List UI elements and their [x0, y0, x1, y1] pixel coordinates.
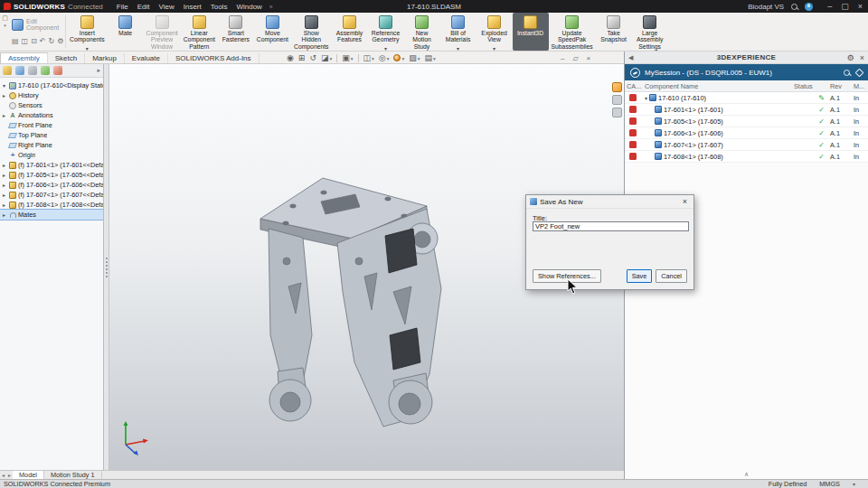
apply-scene-icon[interactable]: ▨	[409, 53, 420, 62]
pane-expand-icon[interactable]: ▸	[97, 67, 100, 74]
session-search-icon[interactable]	[844, 70, 850, 76]
edit-appearance-icon[interactable]	[393, 53, 404, 62]
edit-component-button[interactable]: Edit Component	[12, 14, 62, 34]
design-library-icon[interactable]	[612, 95, 622, 105]
undo-icon[interactable]: ↶	[40, 37, 46, 45]
take-snapshot-button[interactable]: Take Snapshot	[596, 13, 632, 51]
tab-model[interactable]: Model	[13, 471, 44, 479]
assembly-features-button[interactable]: Assembly Features	[332, 13, 368, 51]
title-input[interactable]	[533, 221, 689, 231]
cw-manager-icon[interactable]	[53, 66, 62, 75]
tab-assembly[interactable]: Assembly	[0, 52, 48, 63]
tree-item-part-17-601[interactable]: ▸ (f) 17-601<1> (17-601<<Default>_Di	[0, 160, 103, 170]
component-row-17-605[interactable]: 17-605<1> (17-605) A.1 In	[625, 116, 868, 127]
display-manager-icon[interactable]	[41, 66, 50, 75]
tree-item-part-17-608[interactable]: ▸ (f) 17-608<1> (17-608<<Default>	[0, 200, 103, 210]
zoom-to-fit-icon[interactable]: ◉	[287, 53, 294, 62]
tab-evaluate[interactable]: Evaluate	[125, 53, 168, 63]
pin-menu-icon[interactable]: »	[269, 4, 273, 10]
feature-manager-design-tree-icon[interactable]	[3, 66, 12, 75]
view-orientation-icon[interactable]: ▣	[342, 53, 353, 62]
section-view-icon[interactable]: ◪	[321, 53, 332, 62]
insert-components-button[interactable]: Insert Components	[67, 13, 108, 51]
menu-insert[interactable]: Insert	[179, 3, 206, 11]
linear-component-pattern-button[interactable]: Linear Component Pattern	[181, 13, 218, 51]
panel-close-icon[interactable]: ×	[860, 53, 864, 62]
component-row-17-607[interactable]: 17-607<1> (17-607) A.1 In	[625, 139, 868, 151]
tree-item-part-17-607[interactable]: ▸ (f) 17-607<1> (17-607<<Default>	[0, 190, 103, 200]
zoom-to-area-icon[interactable]: ⊞	[298, 53, 306, 62]
tree-item-mates[interactable]: ▸ Mates	[0, 210, 103, 220]
tab-sketch[interactable]: Sketch	[48, 53, 85, 63]
tree-item-part-17-605[interactable]: ▸ (f) 17-605<1> (17-605<<Default>	[0, 170, 103, 180]
component-row-17-606[interactable]: 17-606<1> (17-606) A.1 In	[625, 127, 868, 139]
save-icon[interactable]: ◫	[22, 37, 29, 45]
component-row-17-601[interactable]: 17-601<1> (17-601) A.1 In	[625, 104, 868, 116]
dialog-title-bar[interactable]: Save As New ×	[526, 195, 693, 209]
show-hidden-components-button[interactable]: Show Hidden Components	[291, 13, 332, 51]
tab-markup[interactable]: Markup	[85, 53, 125, 63]
save-button[interactable]: Save	[627, 269, 653, 283]
tree-item-origin[interactable]: Origin	[0, 150, 103, 160]
exploded-view-button[interactable]: Exploded View	[476, 13, 513, 51]
tree-item-right-plane[interactable]: Right Plane	[0, 140, 103, 150]
tree-item-front-plane[interactable]: Front Plane	[0, 120, 103, 130]
panel-collapse-chevron[interactable]: ∧	[625, 470, 868, 479]
tree-item-top-plane[interactable]: Top Plane	[0, 130, 103, 140]
tree-item-sensors[interactable]: Sensors	[0, 100, 103, 110]
units-dropdown-icon[interactable]: ▾	[853, 481, 855, 487]
menu-view[interactable]: View	[155, 3, 179, 11]
column-rev[interactable]: Rev	[828, 82, 852, 90]
row-expander-icon[interactable]	[645, 94, 647, 102]
column-status[interactable]: Status	[792, 82, 828, 90]
options-icon[interactable]: ⚙	[57, 37, 63, 45]
column-m[interactable]: M...	[852, 82, 868, 90]
tab-motion-study-1[interactable]: Motion Study 1	[44, 471, 102, 479]
my-session-bar[interactable]: MySession - (DS - DSQRL005 - EUW1)	[625, 64, 868, 80]
move-component-button[interactable]: Move Component	[254, 13, 291, 51]
maximize-button[interactable]: ▢	[841, 2, 849, 11]
bill-of-materials-button[interactable]: Bill of Materials	[440, 13, 476, 51]
smart-fasteners-button[interactable]: Smart Fasteners	[218, 13, 254, 51]
search-icon[interactable]	[791, 4, 797, 10]
tab-scroll-left-icon[interactable]: ◂	[0, 472, 6, 478]
restore-pane-icon[interactable]: ▱	[572, 54, 578, 62]
component-preview-window-button[interactable]: Component Preview Window	[144, 13, 181, 51]
component-row-17-608[interactable]: 17-608<1> (17-608) A.1 In	[625, 151, 868, 163]
rebuild-icon[interactable]: ↻	[49, 37, 55, 45]
property-manager-icon[interactable]	[15, 66, 24, 75]
dropdown-arrow-icon[interactable]: ▾	[4, 23, 6, 28]
close-pane-icon[interactable]: ×	[587, 54, 591, 62]
large-assembly-settings-button[interactable]: Large Assembly Settings	[632, 13, 668, 51]
menu-edit[interactable]: Edit	[133, 3, 155, 11]
view-settings-icon[interactable]: ▤	[424, 53, 435, 62]
reference-geometry-button[interactable]: Reference Geometry	[368, 13, 404, 51]
new-document-icon[interactable]: ▢	[2, 14, 8, 22]
dialog-close-icon[interactable]: ×	[680, 197, 690, 206]
tab-solidworks-add-ins[interactable]: SOLIDWORKS Add-Ins	[168, 53, 259, 63]
print-icon[interactable]: ⊡	[31, 37, 37, 45]
tree-item-root[interactable]: ▾ 17-610 (17-610<Display State-1>)	[0, 80, 103, 90]
cancel-button[interactable]: Cancel	[656, 269, 687, 283]
open-icon[interactable]: ▤	[12, 37, 19, 45]
panel-settings-gear-icon[interactable]: ⚙	[847, 53, 854, 62]
column-component-name[interactable]: Component Name	[643, 82, 792, 90]
menu-tools[interactable]: Tools	[206, 3, 232, 11]
tab-scroll-right-icon[interactable]: ▸	[6, 472, 13, 478]
user-avatar-icon[interactable]	[805, 3, 813, 11]
collapse-panel-icon[interactable]: ◀	[628, 54, 633, 61]
close-button[interactable]: ×	[858, 2, 863, 11]
display-style-icon[interactable]: ◫	[363, 53, 374, 62]
mate-button[interactable]: Mate	[108, 13, 144, 51]
tree-item-annotations[interactable]: ▸ Annotations	[0, 110, 103, 120]
session-tag-icon[interactable]	[855, 68, 864, 77]
status-units[interactable]: MMGS	[819, 480, 840, 488]
new-motion-study-button[interactable]: New Motion Study	[404, 13, 440, 51]
tree-item-history[interactable]: ▸ History	[0, 90, 103, 100]
component-row-17-610[interactable]: 17-610 (17-610) A.1 In	[625, 92, 868, 104]
previous-view-icon[interactable]: ↺	[309, 53, 316, 62]
configuration-manager-icon[interactable]	[28, 66, 37, 75]
menu-window[interactable]: Window	[231, 3, 266, 11]
column-ca[interactable]: CA...	[625, 82, 643, 90]
help-icon[interactable]	[612, 108, 622, 117]
